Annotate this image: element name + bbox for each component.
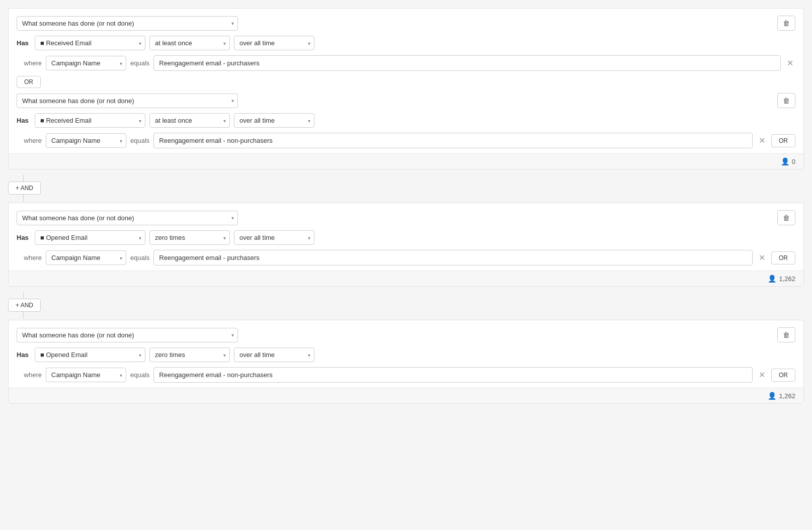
has-label-1: Has [17, 39, 31, 47]
and-button-1[interactable]: + AND [8, 182, 41, 195]
block1-where-row: where Campaign Name equals ✕ [17, 55, 795, 71]
has-label-4: Has [17, 351, 31, 359]
filter-select-wrapper-1: Campaign Name [46, 56, 126, 70]
block2-top-row: What someone has done (or not done) 🗑 [17, 93, 795, 108]
count-1: 0 [792, 158, 795, 165]
main-select-1[interactable]: What someone has done (or not done) [17, 16, 238, 31]
block3-has-row: Has ■ Opened Email zero times at least o… [17, 230, 795, 245]
clear-btn-1[interactable]: ✕ [785, 59, 795, 67]
frequency-select-wrapper-4: zero times at least once [149, 347, 230, 362]
filter-select-2[interactable]: Campaign Name [46, 133, 126, 148]
filter-select-wrapper-4: Campaign Name [46, 368, 126, 382]
action-select-2[interactable]: ■ Received Email [35, 113, 145, 128]
trash-button-1[interactable]: 🗑 [777, 16, 795, 31]
frequency-select-wrapper-1: at least once zero times [149, 36, 230, 50]
vert-line-1 [23, 174, 24, 182]
block4-top-row: What someone has done (or not done) 🗑 [17, 327, 795, 342]
where-label-4: where [17, 371, 42, 379]
and-button-2[interactable]: + AND [8, 299, 41, 312]
and-connector-1: + AND [8, 171, 804, 203]
action-select-4[interactable]: ■ Opened Email [35, 347, 145, 362]
person-icon-1: 👤 [781, 157, 789, 165]
equals-label-4: equals [130, 371, 149, 379]
block2-has-row: Has ■ Received Email at least once zero … [17, 113, 795, 128]
vert-line-4 [23, 312, 24, 319]
filter-select-wrapper-3: Campaign Name [46, 250, 126, 265]
condition-group-1: What someone has done (or not done) 🗑 Ha… [8, 8, 804, 169]
time-select-4[interactable]: over all time [234, 347, 314, 362]
group2-body: What someone has done (or not done) 🗑 Ha… [9, 203, 803, 271]
group1-footer: 👤 0 [9, 153, 803, 169]
time-select-wrapper-1: over all time [234, 36, 314, 50]
trash-button-2[interactable]: 🗑 [777, 93, 795, 108]
frequency-select-2[interactable]: at least once zero times [149, 113, 230, 128]
group3-body: What someone has done (or not done) 🗑 Ha… [9, 320, 803, 388]
block4-has-row: Has ■ Opened Email zero times at least o… [17, 347, 795, 362]
time-select-wrapper-2: over all time [234, 113, 314, 128]
filter-select-3[interactable]: Campaign Name [46, 250, 126, 265]
time-select-3[interactable]: over all time [234, 230, 314, 245]
group3-footer: 👤 1,262 [9, 388, 803, 403]
count-3: 1,262 [779, 392, 795, 400]
main-select-2[interactable]: What someone has done (or not done) [17, 94, 238, 108]
or-right-btn-2[interactable]: OR [771, 251, 795, 264]
equals-label-1: equals [130, 59, 149, 67]
block3-top-row: What someone has done (or not done) 🗑 [17, 210, 795, 225]
value-input-2[interactable] [153, 133, 753, 148]
block1-top-row: What someone has done (or not done) 🗑 [17, 16, 795, 31]
action-select-wrapper-1: ■ Received Email [35, 36, 145, 50]
main-select-wrapper-4: What someone has done (or not done) [17, 328, 238, 342]
main-select-wrapper-1: What someone has done (or not done) [17, 16, 238, 31]
clear-btn-3[interactable]: ✕ [757, 254, 767, 262]
action-select-3[interactable]: ■ Opened Email [35, 230, 145, 245]
clear-btn-2[interactable]: ✕ [757, 137, 767, 145]
equals-label-2: equals [130, 137, 149, 144]
action-select-wrapper-4: ■ Opened Email [35, 347, 145, 362]
where-label-2: where [17, 137, 42, 144]
count-2: 1,262 [779, 275, 795, 283]
where-label-1: where [17, 59, 42, 67]
trash-button-3[interactable]: 🗑 [777, 210, 795, 225]
or-separator-1: OR [17, 76, 795, 88]
time-select-2[interactable]: over all time [234, 113, 314, 128]
vert-line-2 [23, 195, 24, 202]
clear-btn-4[interactable]: ✕ [757, 371, 767, 379]
value-input-3[interactable] [153, 250, 753, 266]
vert-line-3 [23, 292, 24, 299]
value-input-1[interactable] [153, 55, 781, 71]
and-connector-2: + AND [8, 289, 804, 320]
time-select-wrapper-3: over all time [234, 230, 314, 245]
frequency-select-1[interactable]: at least once zero times [149, 36, 230, 50]
action-select-1[interactable]: ■ Received Email [35, 36, 145, 50]
main-select-wrapper-3: What someone has done (or not done) [17, 211, 238, 225]
filter-select-wrapper-2: Campaign Name [46, 133, 126, 148]
main-select-3[interactable]: What someone has done (or not done) [17, 211, 238, 225]
or-right-btn-3[interactable]: OR [771, 369, 795, 382]
frequency-select-3[interactable]: zero times at least once [149, 230, 230, 245]
or-right-btn-1[interactable]: OR [771, 134, 795, 147]
block4-where-row: where Campaign Name equals ✕ OR [17, 367, 795, 383]
action-select-wrapper-2: ■ Received Email [35, 113, 145, 128]
time-select-1[interactable]: over all time [234, 36, 314, 50]
condition-group-3: What someone has done (or not done) 🗑 Ha… [8, 320, 804, 404]
block1-has-row: Has ■ Received Email at least once zero … [17, 36, 795, 50]
block3-where-row: where Campaign Name equals ✕ OR [17, 250, 795, 266]
time-select-wrapper-4: over all time [234, 347, 314, 362]
group2-footer: 👤 1,262 [9, 271, 803, 286]
filter-select-1[interactable]: Campaign Name [46, 56, 126, 70]
condition-group-2: What someone has done (or not done) 🗑 Ha… [8, 203, 804, 287]
frequency-select-wrapper-2: at least once zero times [149, 113, 230, 128]
has-label-2: Has [17, 117, 31, 124]
group1-body: What someone has done (or not done) 🗑 Ha… [9, 9, 803, 153]
value-input-4[interactable] [153, 367, 753, 383]
person-icon-2: 👤 [768, 275, 776, 283]
action-select-wrapper-3: ■ Opened Email [35, 230, 145, 245]
frequency-select-4[interactable]: zero times at least once [149, 347, 230, 362]
frequency-select-wrapper-3: zero times at least once [149, 230, 230, 245]
main-select-wrapper-2: What someone has done (or not done) [17, 94, 238, 108]
or-button-inline-1[interactable]: OR [17, 76, 41, 88]
has-label-3: Has [17, 234, 31, 241]
trash-button-4[interactable]: 🗑 [777, 327, 795, 342]
main-select-4[interactable]: What someone has done (or not done) [17, 328, 238, 342]
filter-select-4[interactable]: Campaign Name [46, 368, 126, 382]
